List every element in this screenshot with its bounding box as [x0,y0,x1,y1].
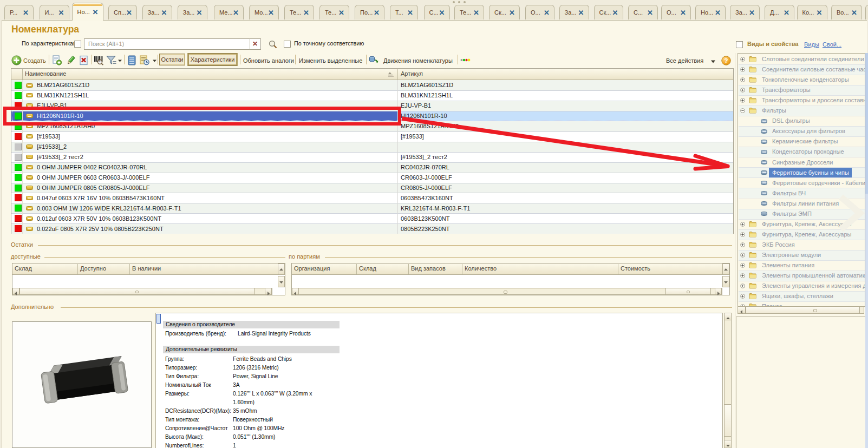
svg-text:?: ? [724,57,728,64]
